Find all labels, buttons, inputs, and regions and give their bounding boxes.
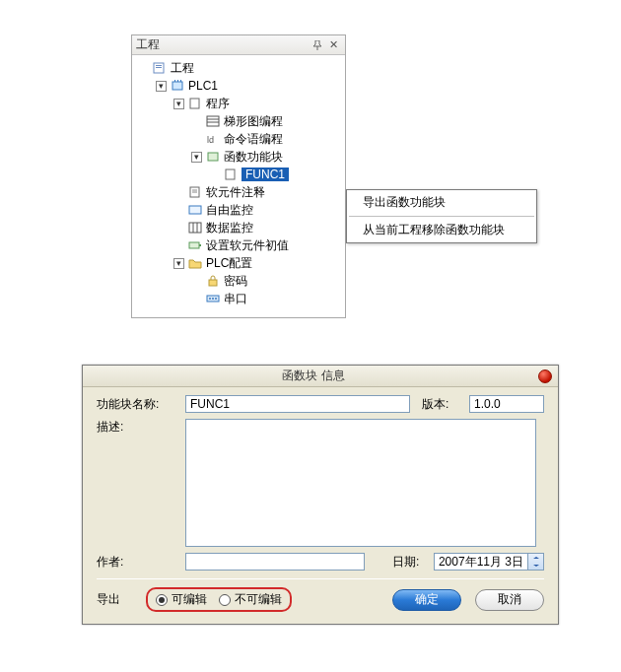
lock-icon bbox=[205, 274, 221, 288]
project-panel: 工程 ✕ 工程 ▾ PLC1 ▾ 程序 梯形图编程 bbox=[131, 34, 346, 318]
svg-rect-4 bbox=[174, 80, 175, 82]
menu-item-export[interactable]: 导出函数功能块 bbox=[347, 190, 536, 215]
svg-rect-7 bbox=[190, 99, 199, 108]
svg-rect-13 bbox=[226, 169, 235, 179]
tree-label: PLC1 bbox=[188, 79, 218, 93]
input-date[interactable]: 2007年11月 3日 bbox=[434, 553, 544, 571]
tree-label: 软元件注释 bbox=[206, 184, 265, 201]
label-export: 导出 bbox=[97, 591, 136, 608]
tree-label: 命令语编程 bbox=[224, 131, 283, 148]
svg-rect-5 bbox=[177, 80, 178, 82]
radio-icon bbox=[219, 594, 231, 606]
tree-label: 自由监控 bbox=[206, 202, 253, 219]
tree-node-root[interactable]: 工程 bbox=[134, 59, 343, 77]
svg-rect-8 bbox=[207, 116, 219, 126]
monitor-icon bbox=[187, 203, 203, 217]
label-name: 功能块名称: bbox=[97, 396, 185, 413]
menu-separator bbox=[349, 216, 534, 217]
block-icon bbox=[205, 150, 221, 164]
radio-noneditable[interactable]: 不可编辑 bbox=[219, 591, 282, 608]
funcblock-info-dialog: 函数块 信息 功能块名称: 版本: 描述: 作者: 日期: 2007年11月 3… bbox=[82, 365, 559, 625]
project-tree[interactable]: 工程 ▾ PLC1 ▾ 程序 梯形图编程 ld 命令语编程 ▾ bbox=[132, 55, 345, 317]
input-version[interactable] bbox=[469, 395, 544, 413]
svg-rect-22 bbox=[199, 244, 201, 246]
collapse-icon[interactable]: ▾ bbox=[173, 258, 184, 269]
dialog-title: 函数块 信息 bbox=[89, 368, 538, 384]
radio-editable[interactable]: 可编辑 bbox=[156, 591, 207, 608]
pin-icon[interactable] bbox=[310, 37, 325, 53]
input-description[interactable] bbox=[185, 419, 536, 547]
folder-icon bbox=[187, 256, 203, 270]
radio-icon bbox=[156, 594, 168, 606]
svg-rect-17 bbox=[189, 206, 201, 214]
collapse-icon[interactable]: ▾ bbox=[156, 81, 167, 92]
ladder-icon bbox=[205, 114, 221, 128]
svg-rect-12 bbox=[208, 153, 218, 161]
svg-rect-23 bbox=[209, 280, 217, 286]
tree-node-freemon[interactable]: 自由监控 bbox=[134, 201, 343, 219]
radio-label: 不可编辑 bbox=[235, 591, 282, 608]
mnemonic-icon: ld bbox=[205, 132, 221, 146]
svg-text:ld: ld bbox=[207, 135, 214, 145]
tree-label: PLC配置 bbox=[206, 255, 252, 272]
chip-icon bbox=[170, 79, 185, 93]
doc-icon bbox=[152, 61, 168, 75]
tree-node-program[interactable]: ▾ 程序 bbox=[134, 95, 343, 112]
tree-node-mnemonic[interactable]: ld 命令语编程 bbox=[134, 130, 343, 148]
date-dropdown-icon[interactable] bbox=[527, 554, 543, 570]
page-icon bbox=[187, 185, 203, 199]
svg-rect-21 bbox=[189, 242, 199, 248]
date-text: 2007年11月 3日 bbox=[435, 554, 527, 571]
tree-label: 函数功能块 bbox=[224, 149, 283, 166]
cancel-button[interactable]: 取消 bbox=[475, 589, 544, 611]
tree-label: 密码 bbox=[224, 273, 247, 290]
port-icon bbox=[205, 292, 221, 305]
tree-node-plc[interactable]: ▾ PLC1 bbox=[134, 77, 343, 95]
tree-node-softcomment[interactable]: 软元件注释 bbox=[134, 183, 343, 201]
close-icon[interactable]: ✕ bbox=[325, 37, 341, 53]
dialog-titlebar[interactable]: 函数块 信息 bbox=[83, 366, 558, 387]
tree-node-funcblock[interactable]: ▾ 函数功能块 bbox=[134, 148, 343, 166]
label-author: 作者: bbox=[97, 554, 185, 571]
tree-label-selected: FUNC1 bbox=[242, 168, 289, 181]
collapse-icon[interactable]: ▾ bbox=[191, 152, 202, 163]
tree-label: 数据监控 bbox=[206, 220, 253, 236]
settings-icon bbox=[187, 238, 203, 252]
label-date: 日期: bbox=[392, 554, 434, 571]
export-radio-group: 可编辑 不可编辑 bbox=[146, 587, 292, 612]
input-author[interactable] bbox=[185, 553, 365, 571]
tree-node-setdefault[interactable]: 设置软元件初值 bbox=[134, 236, 343, 254]
svg-rect-18 bbox=[189, 223, 201, 233]
tree-label: 设置软元件初值 bbox=[206, 237, 289, 254]
tree-node-datamon[interactable]: 数据监控 bbox=[134, 219, 343, 236]
context-menu: 导出函数功能块 从当前工程移除函数功能块 bbox=[346, 189, 537, 243]
dialog-close-icon[interactable] bbox=[538, 370, 552, 383]
label-version: 版本: bbox=[422, 396, 463, 413]
svg-rect-2 bbox=[156, 67, 162, 68]
radio-label: 可编辑 bbox=[172, 591, 207, 608]
svg-point-25 bbox=[209, 298, 211, 300]
panel-title: 工程 bbox=[136, 36, 310, 53]
label-desc: 描述: bbox=[97, 419, 185, 436]
ok-button[interactable]: 确定 bbox=[392, 589, 461, 611]
divider bbox=[97, 578, 544, 579]
tree-label: 工程 bbox=[171, 60, 194, 77]
svg-rect-1 bbox=[156, 65, 162, 66]
svg-rect-3 bbox=[172, 82, 182, 90]
svg-rect-6 bbox=[180, 80, 181, 82]
tree-node-password[interactable]: 密码 bbox=[134, 272, 343, 290]
tree-label: 梯形图编程 bbox=[224, 113, 283, 130]
dialog-body: 功能块名称: 版本: 描述: 作者: 日期: 2007年11月 3日 导出 bbox=[83, 387, 558, 624]
input-name[interactable] bbox=[185, 395, 410, 413]
tree-node-plccfg[interactable]: ▾ PLC配置 bbox=[134, 254, 343, 272]
tree-node-ladder[interactable]: 梯形图编程 bbox=[134, 112, 343, 130]
collapse-icon[interactable]: ▾ bbox=[173, 99, 184, 109]
svg-point-26 bbox=[212, 298, 214, 300]
tree-node-func1[interactable]: FUNC1 bbox=[134, 166, 343, 183]
page-icon bbox=[223, 168, 239, 181]
menu-item-remove[interactable]: 从当前工程移除函数功能块 bbox=[347, 218, 536, 242]
tree-label: 程序 bbox=[206, 96, 230, 112]
panel-titlebar: 工程 ✕ bbox=[132, 35, 345, 55]
tree-node-serial[interactable]: 串口 bbox=[134, 290, 343, 307]
table-icon bbox=[187, 221, 203, 235]
